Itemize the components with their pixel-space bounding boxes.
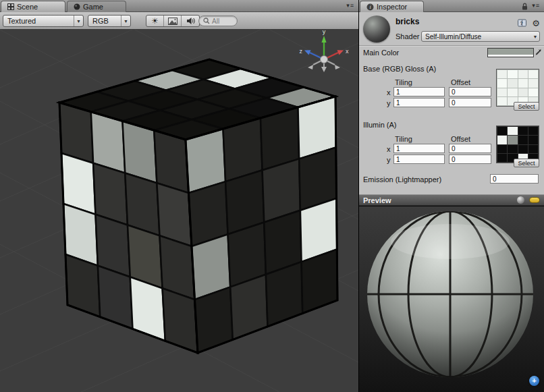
illumin-offset-y-input[interactable] bbox=[449, 155, 491, 164]
color-mode-dropdown[interactable]: RGB ▼ bbox=[88, 15, 131, 27]
inspector-content: bricks Shader Self-Illumin/Diffuse ▼ ? ⚙… bbox=[359, 12, 544, 392]
texture-cell bbox=[518, 88, 528, 96]
texture-cell bbox=[528, 70, 538, 78]
eyedropper-icon[interactable] bbox=[535, 48, 542, 57]
cube-face-cell bbox=[163, 288, 198, 353]
base-offset-header: Offset bbox=[451, 78, 470, 86]
base-y-label: y bbox=[387, 99, 391, 107]
preview-title: Preview bbox=[363, 196, 517, 204]
texture-cell bbox=[497, 154, 507, 162]
texture-cell bbox=[508, 136, 517, 144]
svg-text:i: i bbox=[369, 4, 371, 10]
texture-cell bbox=[518, 70, 528, 78]
lighting-toggle-button[interactable]: ☀ bbox=[146, 16, 164, 26]
audio-toggle-button[interactable] bbox=[182, 16, 199, 26]
texture-cell bbox=[497, 79, 507, 87]
draw-mode-value: Textured bbox=[3, 17, 74, 25]
svg-text:?: ? bbox=[520, 21, 522, 26]
preview-add-button[interactable]: + bbox=[529, 376, 539, 386]
color-swatch-alpha-bar bbox=[488, 55, 533, 57]
tab-game[interactable]: Game bbox=[67, 1, 126, 12]
texture-cell bbox=[508, 88, 517, 96]
info-icon: i bbox=[366, 3, 374, 11]
chevron-down-icon: ▼ bbox=[121, 19, 130, 24]
gear-icon[interactable]: ⚙ bbox=[532, 18, 540, 28]
inspector-panel: i Inspector ▾≡ bricks Shader Self-Illumi… bbox=[359, 0, 544, 392]
cube-face-cell bbox=[98, 266, 133, 329]
shader-dropdown[interactable]: Self-Illumin/Diffuse ▼ bbox=[421, 31, 540, 42]
scene-cube[interactable] bbox=[59, 59, 337, 353]
illumin-select-button[interactable]: Select bbox=[514, 159, 539, 167]
illumin-tiling-x-input[interactable] bbox=[393, 144, 445, 153]
scene-toolbar: Textured ▼ RGB ▼ ☀ bbox=[0, 12, 358, 30]
header-separator bbox=[359, 45, 544, 46]
material-name: bricks bbox=[396, 17, 419, 26]
preview-area: + bbox=[359, 206, 544, 392]
texture-cell bbox=[497, 88, 507, 96]
illumin-section-label: Illumin (A) bbox=[363, 121, 397, 129]
texture-cell bbox=[497, 145, 507, 153]
base-tiling-y-input[interactable] bbox=[393, 98, 445, 107]
gizmo-center-sphere[interactable] bbox=[321, 56, 328, 63]
image-icon bbox=[168, 18, 178, 25]
preview-lighting-toggle-icon[interactable] bbox=[529, 197, 540, 203]
base-select-button[interactable]: Select bbox=[514, 102, 539, 111]
illumin-tiling-y-input[interactable] bbox=[393, 155, 445, 164]
texture-cell bbox=[508, 145, 517, 153]
scene-viewport[interactable]: y x z bbox=[0, 30, 358, 392]
scene-search-field[interactable]: All bbox=[198, 16, 238, 26]
texture-cell bbox=[508, 79, 517, 87]
texture-cell bbox=[497, 70, 507, 78]
illumin-offset-header: Offset bbox=[451, 135, 470, 143]
lock-icon[interactable] bbox=[522, 3, 528, 10]
tab-scene[interactable]: Scene bbox=[1, 1, 65, 12]
texture-cell bbox=[528, 136, 538, 144]
game-icon bbox=[74, 3, 80, 10]
color-swatch-fill bbox=[488, 49, 533, 55]
scene-tabbar: Scene Game ▾≡ bbox=[0, 0, 358, 12]
illumin-texture-thumb[interactable] bbox=[496, 125, 539, 163]
base-section-label: Base (RGB) Gloss (A) bbox=[363, 65, 436, 73]
chevron-down-icon: ▼ bbox=[74, 19, 83, 24]
cube-face-cell bbox=[195, 287, 233, 353]
scene-grid-icon bbox=[7, 3, 14, 10]
gizmo-y-label: y bbox=[323, 30, 326, 35]
base-offset-x-input[interactable] bbox=[449, 87, 491, 96]
scene-render: y x z bbox=[0, 30, 358, 392]
gizmo-x-label: x bbox=[346, 48, 349, 55]
inspector-panel-menu-icon[interactable]: ▾≡ bbox=[532, 2, 540, 9]
texture-cell bbox=[497, 127, 507, 135]
scene-panel: Scene Game ▾≡ Textured ▼ RGB ▼ ☀ bbox=[0, 0, 358, 392]
emission-label: Emission (Lightmapper) bbox=[363, 175, 441, 184]
scene-panel-menu-icon[interactable]: ▾≡ bbox=[346, 2, 354, 9]
cube-face-cell bbox=[130, 277, 165, 341]
material-preview-thumb bbox=[363, 16, 390, 43]
base-texture-thumb[interactable] bbox=[496, 69, 539, 107]
skybox-toggle-button[interactable] bbox=[164, 16, 182, 26]
base-offset-y-input[interactable] bbox=[449, 98, 491, 107]
search-filter-label: All bbox=[212, 18, 219, 25]
draw-mode-dropdown[interactable]: Textured ▼ bbox=[3, 15, 84, 27]
base-x-label: x bbox=[387, 88, 391, 96]
texture-cell bbox=[518, 127, 528, 135]
inspector-tabbar: i Inspector ▾≡ bbox=[359, 0, 544, 12]
texture-cell bbox=[497, 136, 507, 144]
illumin-offset-x-input[interactable] bbox=[449, 144, 491, 153]
base-tiling-x-input[interactable] bbox=[393, 87, 445, 96]
preview-sphere-icon[interactable] bbox=[517, 196, 524, 204]
shader-value: Self-Illumin/Diffuse bbox=[422, 33, 531, 40]
emission-input[interactable] bbox=[490, 174, 539, 184]
tab-scene-label: Scene bbox=[17, 3, 38, 11]
main-color-label: Main Color bbox=[363, 49, 399, 57]
texture-cell bbox=[518, 79, 528, 87]
tab-inspector[interactable]: i Inspector bbox=[360, 1, 424, 12]
texture-cell bbox=[528, 79, 538, 87]
search-icon bbox=[203, 18, 210, 24]
preview-render bbox=[359, 206, 544, 392]
color-swatch[interactable] bbox=[487, 48, 534, 57]
texture-cell bbox=[497, 97, 507, 105]
help-book-icon[interactable]: ? bbox=[518, 19, 526, 27]
texture-cell bbox=[518, 136, 528, 144]
texture-cell bbox=[508, 70, 517, 78]
chevron-down-icon: ▼ bbox=[531, 34, 539, 39]
